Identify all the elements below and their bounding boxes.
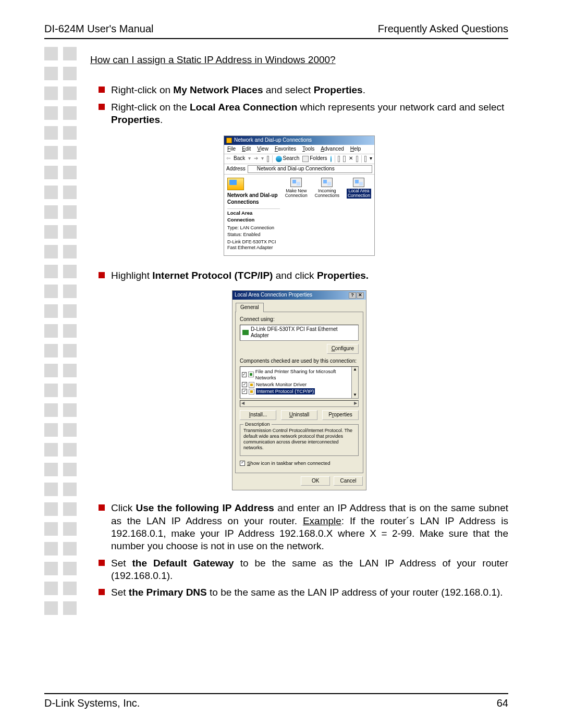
instructions-top: Right-click on My Network Places and sel… — [90, 84, 508, 126]
description-group: Description Transmission Control Protoco… — [240, 424, 359, 456]
footer-left: D-Link Systems, Inc. — [44, 697, 140, 709]
delete-icon[interactable]: ✕ — [349, 155, 353, 162]
connection-icon — [353, 178, 364, 187]
instruction-mid: Highlight Internet Protocol (TCP/IP) and… — [90, 269, 508, 282]
move-icon[interactable] — [338, 156, 340, 162]
checkbox-icon[interactable]: ✓ — [242, 382, 247, 387]
selected-item-name: Local Area Connection — [227, 210, 280, 223]
horizontal-scrollbar[interactable]: ◀▶ — [240, 400, 359, 407]
folder-icon — [226, 138, 232, 143]
local-area-connection[interactable]: Local AreaConnection — [347, 178, 371, 252]
menu-help[interactable]: Help — [350, 146, 361, 153]
components-label: Components checked are used by this conn… — [240, 358, 359, 365]
close-button[interactable]: ✕ — [357, 292, 364, 299]
cancel-button[interactable]: Cancel — [334, 476, 363, 486]
folders-icon — [302, 156, 309, 162]
adapter-label: D-Link DFE-530TX PCI Fast Ethernet Adapt… — [227, 239, 280, 251]
screenshot-lac-properties: Local Area Connection Properties ?✕ Gene… — [232, 290, 366, 490]
show-icon-checkbox[interactable]: ✓ Show icon in taskbar when connected — [240, 460, 359, 466]
step-5: Set the Default Gateway to be the same a… — [90, 557, 508, 583]
menu-bar: File Edit View Favorites Tools Advanced … — [224, 145, 374, 154]
menu-edit[interactable]: Edit — [242, 146, 251, 153]
checkbox-icon[interactable]: ✓ — [242, 372, 247, 377]
incoming-connections[interactable]: IncomingConnections — [315, 178, 339, 252]
page-footer: D-Link Systems, Inc. 64 — [44, 693, 508, 709]
install-button[interactable]: Install... — [240, 410, 276, 420]
search-button[interactable]: Search — [276, 155, 300, 162]
description-text: Transmission Control Protocol/Internet P… — [243, 428, 355, 451]
protocol-icon — [249, 382, 254, 388]
make-new-connection[interactable]: Make NewConnection — [285, 178, 308, 252]
faq-question: How can I assign a Static IP Address in … — [90, 54, 508, 66]
uninstall-button[interactable]: Uninstall — [281, 410, 317, 420]
menu-view[interactable]: View — [257, 146, 268, 153]
list-item-tcpip[interactable]: ✓ Internet Protocol (TCP/IP) — [242, 388, 351, 394]
up-icon[interactable] — [267, 156, 269, 162]
connection-icon — [290, 178, 302, 187]
service-icon — [248, 372, 253, 377]
search-icon — [276, 156, 282, 162]
configure-button[interactable]: Configure — [327, 344, 359, 354]
checkbox-icon[interactable]: ✓ — [240, 461, 245, 466]
tab-general[interactable]: General — [236, 303, 264, 312]
menu-file[interactable]: File — [227, 146, 236, 153]
toolbar: ⇦ Back ▾ ➔ ▾ Search Folders ✕ ▾ — [224, 154, 374, 164]
menu-favorites[interactable]: Favorites — [275, 146, 296, 153]
nic-icon — [242, 330, 249, 335]
step-6: Set the Primary DNS to be the same as th… — [90, 586, 508, 599]
description-legend: Description — [243, 421, 272, 427]
window-title: Network and Dial-up Connections — [234, 137, 312, 144]
dialog-title: Local Area Connection Properties — [235, 292, 312, 299]
components-list[interactable]: ✓ File and Printer Sharing for Microsoft… — [240, 366, 359, 399]
protocol-icon — [249, 389, 254, 394]
step-4: Click Use the following IP Address and e… — [90, 502, 508, 552]
status-label: Status: Enabled — [227, 232, 280, 238]
folders-button[interactable]: Folders — [302, 155, 327, 162]
back-arrow-icon[interactable]: ⇦ — [226, 155, 230, 162]
menu-advanced[interactable]: Advanced — [321, 146, 344, 153]
ok-button[interactable]: OK — [301, 476, 330, 486]
list-item[interactable]: ✓ Network Monitor Driver — [242, 381, 351, 388]
step-2: Right-click on the Local Area Connection… — [90, 101, 508, 127]
vertical-scrollbar[interactable]: ▲▼ — [351, 367, 358, 398]
page-header: DI-624M User's Manual Frequently Asked Q… — [44, 23, 508, 39]
back-label[interactable]: Back — [234, 155, 245, 162]
checkbox-icon[interactable]: ✓ — [242, 389, 247, 394]
history-icon[interactable] — [331, 156, 332, 162]
undo-icon[interactable] — [356, 156, 358, 162]
page-number: 64 — [497, 697, 508, 709]
connection-icon — [321, 178, 333, 187]
menu-tools[interactable]: Tools — [302, 146, 314, 153]
copy-icon[interactable] — [343, 156, 345, 162]
header-right: Frequently Asked Questions — [378, 23, 508, 35]
help-button[interactable]: ? — [349, 292, 356, 299]
header-left: DI-624M User's Manual — [44, 23, 153, 35]
step-1: Right-click on My Network Places and sel… — [90, 84, 508, 96]
step-3: Highlight Internet Protocol (TCP/IP) and… — [90, 269, 508, 282]
instructions-bottom: Click Use the following IP Address and e… — [90, 502, 508, 599]
info-panel: Network and Dial-up Connections Local Ar… — [227, 178, 280, 252]
connect-using-label: Connect using: — [240, 316, 359, 323]
adapter-field: D-Link DFE-530TX PCI Fast Ethernet Adapt… — [240, 325, 359, 341]
properties-button[interactable]: Properties — [322, 410, 359, 420]
address-label: Address — [226, 166, 246, 172]
forward-arrow-icon[interactable]: ➔ — [254, 155, 258, 162]
network-folder-icon — [227, 178, 244, 190]
address-bar: Address Network and Dial-up Connections — [224, 164, 374, 175]
address-input[interactable]: Network and Dial-up Connections — [248, 165, 372, 173]
dialog-title-bar: Local Area Connection Properties ?✕ — [232, 291, 366, 300]
window-title-bar: Network and Dial-up Connections — [224, 136, 374, 145]
views-icon[interactable] — [364, 156, 366, 162]
screenshot-network-connections: Network and Dial-up Connections File Edi… — [224, 135, 375, 256]
list-item[interactable]: ✓ File and Printer Sharing for Microsoft… — [242, 368, 351, 381]
connections-list: Make NewConnection IncomingConnections L… — [285, 178, 371, 252]
folder-icon — [250, 166, 255, 172]
type-label: Type: LAN Connection — [227, 225, 280, 231]
